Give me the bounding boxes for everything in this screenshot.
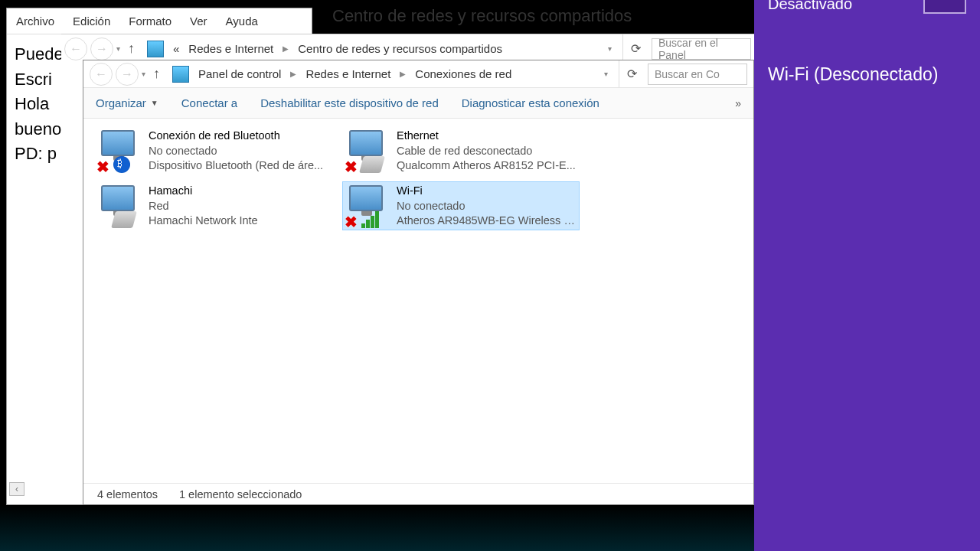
command-toolbar: Organizar ▼ Conectar a Deshabilitar este… — [83, 88, 753, 119]
adapter-icon: ✖ — [96, 129, 142, 173]
adapter-text: Conexión de red BluetoothNo conectadoDis… — [149, 129, 329, 174]
chevron-right-icon: ▶ — [395, 70, 410, 78]
network-flyout-panel[interactable]: Desactivado Wi-Fi (Desconectado) — [754, 0, 980, 551]
airplane-mode-toggle[interactable] — [923, 0, 966, 14]
menu-file[interactable]: Archivo — [7, 11, 64, 31]
breadcrumb-item[interactable]: Centro de redes y recursos compartidos — [293, 42, 507, 55]
nav-back-button[interactable]: ← — [64, 37, 87, 60]
nav-history-dropdown[interactable]: ▾ — [116, 44, 120, 53]
airplane-mode-row: Desactivado — [768, 0, 966, 14]
monitor-icon — [101, 130, 135, 156]
adapter-name: Hamachi — [149, 184, 329, 199]
breadcrumb-prefix: « — [168, 42, 184, 55]
wifi-signal-icon — [361, 211, 383, 228]
nav-up-button[interactable]: ↑ — [153, 66, 160, 82]
adapter-device: Atheros AR9485WB-EG Wireless N... — [397, 214, 577, 229]
disconnected-x-icon: ✖ — [96, 158, 112, 173]
adapters-list[interactable]: ✖Conexión de red BluetoothNo conectadoDi… — [83, 119, 753, 483]
organize-label: Organizar — [96, 96, 146, 109]
network-adapter-item[interactable]: ✖EthernetCable de red desconectadoQualco… — [342, 126, 580, 175]
chevron-down-icon[interactable]: ▾ — [603, 44, 616, 53]
adapter-text: HamachiRedHamachi Network Inte — [149, 184, 329, 229]
adapter-device: Dispositivo Bluetooth (Red de áre... — [149, 158, 329, 174]
network-adapter-item[interactable]: HamachiRedHamachi Network Inte — [94, 181, 332, 230]
chevron-right-icon: ▶ — [286, 70, 301, 78]
monitor-icon — [349, 185, 383, 211]
adapter-name: Wi-Fi — [397, 184, 577, 199]
chevron-down-icon: ▼ — [151, 99, 158, 107]
control-panel-icon — [147, 41, 164, 57]
menu-view[interactable]: Ver — [181, 11, 217, 31]
network-connections-window: ← → ▾ ↑ Panel de control ▶ Redes e Inter… — [83, 60, 754, 505]
menu-format[interactable]: Formato — [119, 11, 181, 31]
disconnected-x-icon: ✖ — [345, 158, 360, 173]
nav-up-button[interactable]: ↑ — [128, 41, 135, 57]
breadcrumb[interactable]: « Redes e Internet ▶ Centro de redes y r… — [168, 42, 622, 55]
adapter-icon — [96, 184, 142, 228]
nav-history-dropdown[interactable]: ▾ — [142, 70, 145, 78]
diagnose-connection-button[interactable]: Diagnosticar esta conexión — [462, 96, 599, 109]
ethernet-icon — [359, 156, 385, 173]
network-adapter-item[interactable]: ✖Conexión de red BluetoothNo conectadoDi… — [94, 126, 332, 175]
adapter-text: EthernetCable de red desconectadoQualcom… — [397, 129, 577, 174]
item-count: 4 elementos — [97, 488, 158, 500]
adapter-status: No conectado — [149, 144, 329, 159]
nav-back-button[interactable]: ← — [90, 63, 113, 86]
connect-to-button[interactable]: Conectar a — [181, 96, 237, 109]
chevron-right-icon: ▶ — [278, 44, 293, 53]
desktop-background — [0, 505, 754, 551]
network-adapter-item[interactable]: ✖Wi-FiNo conectadoAtheros AR9485WB-EG Wi… — [342, 181, 580, 230]
ethernet-icon — [111, 211, 137, 228]
nav-forward-button[interactable]: → — [116, 63, 139, 86]
scroll-left-icon[interactable]: ‹ — [9, 482, 24, 496]
bluetooth-icon — [113, 156, 130, 173]
monitor-icon — [101, 185, 135, 211]
menu-help[interactable]: Ayuda — [217, 11, 267, 31]
refresh-button[interactable]: ⟳ — [622, 34, 648, 63]
disconnected-x-icon: ✖ — [345, 213, 360, 228]
monitor-icon — [349, 130, 383, 156]
adapter-icon: ✖ — [345, 184, 390, 228]
adapter-name: Conexión de red Bluetooth — [149, 129, 329, 144]
adapter-status: Red — [149, 199, 329, 214]
breadcrumb-item[interactable]: Redes e Internet — [184, 42, 278, 55]
toolbar-overflow-button[interactable]: » — [735, 97, 741, 109]
search-input[interactable]: Buscar en Co — [648, 64, 747, 85]
search-input[interactable]: Buscar en el Panel — [652, 38, 751, 60]
breadcrumb-item[interactable]: Redes e Internet — [301, 67, 395, 80]
adapter-device: Hamachi Network Inte — [149, 214, 329, 229]
disable-device-button[interactable]: Deshabilitar este dispositivo de red — [260, 96, 439, 109]
explorer-back-addressbar: ← → ▾ ↑ « Redes e Internet ▶ Centro de r… — [61, 34, 754, 63]
adapter-icon: ✖ — [345, 129, 390, 173]
breadcrumb-item[interactable]: Panel de control — [194, 67, 286, 80]
menu-edit[interactable]: Edición — [64, 11, 119, 31]
refresh-button[interactable]: ⟳ — [619, 60, 645, 87]
selection-count: 1 elemento seleccionado — [179, 488, 302, 500]
wifi-status-heading: Wi-Fi (Desconectado) — [768, 64, 966, 85]
adapter-text: Wi-FiNo conectadoAtheros AR9485WB-EG Wir… — [397, 184, 577, 229]
adapter-name: Ethernet — [397, 129, 577, 144]
nav-forward-button[interactable]: → — [90, 37, 113, 60]
status-bar: 4 elementos 1 elemento seleccionado — [83, 483, 753, 504]
breadcrumb[interactable]: Panel de control ▶ Redes e Internet ▶ Co… — [194, 67, 619, 80]
background-window-title: Centro de redes y recursos compartidos — [332, 6, 632, 26]
address-bar-row: ← → ▾ ↑ Panel de control ▶ Redes e Inter… — [83, 60, 753, 88]
adapter-device: Qualcomm Atheros AR8152 PCI-E... — [397, 158, 577, 174]
chevron-down-icon[interactable]: ▾ — [599, 70, 612, 78]
airplane-mode-label: Desactivado — [768, 0, 852, 13]
notepad-menubar: Archivo Edición Formato Ver Ayuda — [7, 8, 312, 34]
control-panel-icon — [172, 66, 189, 83]
adapter-status: Cable de red desconectado — [397, 144, 577, 159]
adapter-status: No conectado — [397, 199, 577, 214]
organize-button[interactable]: Organizar ▼ — [96, 96, 158, 109]
breadcrumb-item[interactable]: Conexiones de red — [410, 67, 516, 80]
